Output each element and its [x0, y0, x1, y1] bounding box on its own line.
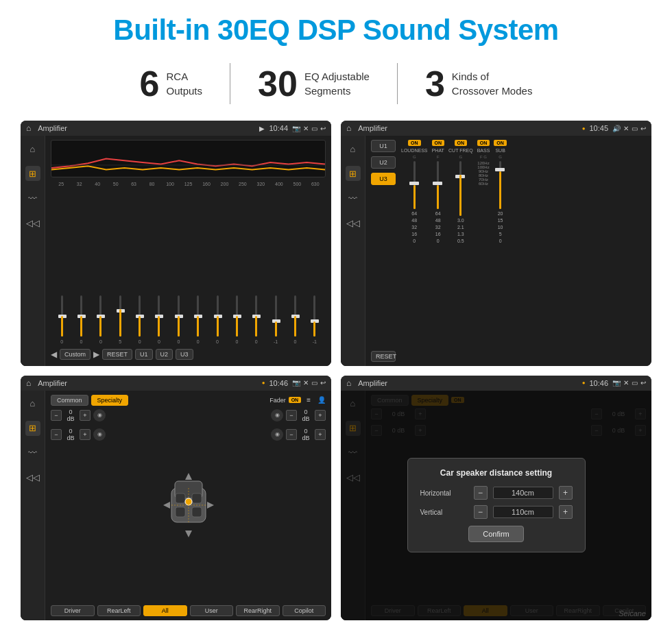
preset-u2[interactable]: U2 [371, 156, 396, 169]
amp2-controls: ON LOUDNESS G 64 48 32 16 0 [401, 140, 646, 362]
fader-back-icon[interactable]: ↩ [320, 379, 326, 387]
btn-driver[interactable]: Driver [51, 605, 95, 616]
ch-bl-minus[interactable]: − [51, 429, 62, 440]
eq-time: 10:44 [269, 124, 288, 132]
fdr-sidebar-home[interactable]: ⌂ [25, 396, 40, 411]
vertical-plus-btn[interactable]: + [559, 505, 573, 519]
btn-all[interactable]: All [143, 605, 187, 616]
sidebar-eq-active[interactable]: ⊞ [25, 166, 40, 181]
cutfreq-slider[interactable] [459, 161, 461, 216]
ch-tr-minus[interactable]: − [286, 410, 297, 421]
amp-home-icon[interactable]: ⌂ [346, 123, 351, 133]
eq-play-icon[interactable]: ▶ [259, 125, 265, 132]
svg-rect-6 [176, 507, 185, 517]
ch-bl-value: 0 dB [64, 428, 77, 441]
ch-tl-icon: ◉ [93, 409, 106, 422]
sidebar-speaker[interactable]: ◁◁ [25, 215, 40, 230]
freq-250: 250 [234, 182, 252, 186]
eq-u1-btn[interactable]: U1 [135, 349, 153, 360]
horizontal-plus-btn[interactable]: + [559, 486, 573, 500]
confirm-button[interactable]: Confirm [468, 526, 524, 542]
sidebar-wave[interactable]: 〰 [25, 191, 40, 206]
amp-sidebar-speaker[interactable]: ◁◁ [346, 215, 361, 230]
ch-br-minus[interactable]: − [286, 429, 297, 440]
main-title: Built-in 30EQ DSP Sound System [113, 14, 558, 47]
ch-tr-plus[interactable]: + [315, 410, 326, 421]
phat-toggle[interactable]: ON [432, 140, 445, 146]
eq-left-sidebar: ⌂ ⊞ 〰 ◁◁ [21, 136, 45, 366]
amp-sidebar-eq[interactable]: ⊞ [346, 166, 361, 181]
eq-slider-13[interactable] [285, 295, 304, 337]
eq-u2-btn[interactable]: U2 [156, 349, 173, 360]
ch-tl-plus[interactable]: + [80, 410, 91, 421]
fader-rec-icon: ● [262, 380, 265, 386]
eq-slider-14[interactable] [305, 295, 324, 337]
eq-app-title: Amplifier [38, 124, 255, 132]
dialog-status-bar: ⌂ Amplifier ● 10:46 📷 ✕ ▭ ↩ [341, 376, 651, 391]
horizontal-minus-btn[interactable]: − [474, 486, 488, 500]
ch-bottom-right: ◉ − 0 dB + [271, 428, 326, 441]
bass-toggle[interactable]: ON [477, 140, 490, 146]
eq-reset-btn[interactable]: RESET [102, 349, 132, 360]
amp-sidebar-wave[interactable]: 〰 [346, 191, 361, 206]
ctrl-bass: ON BASS F G 120Hz100Hz90Hz80Hz70Hz60Hz [477, 140, 490, 362]
eq-slider-11[interactable] [247, 295, 266, 337]
amp-back-icon[interactable]: ↩ [640, 125, 646, 132]
dlg-back-icon[interactable]: ↩ [640, 379, 646, 387]
eq-slider-4[interactable] [110, 295, 130, 337]
btn-rearleft[interactable]: RearLeft [97, 605, 141, 616]
btn-rearright[interactable]: RearRight [236, 605, 280, 616]
eq-slider-10[interactable] [227, 295, 246, 337]
fader-home-icon[interactable]: ⌂ [26, 378, 31, 388]
fader-main-area: Common Specialty Fader ON ≡ 👤 − 0 dB + [45, 391, 331, 621]
sub-toggle[interactable]: ON [494, 140, 507, 146]
eq-slider-6[interactable] [149, 295, 169, 337]
preset-u3[interactable]: U3 [371, 173, 396, 185]
ch-br-plus[interactable]: + [315, 429, 326, 440]
amp2-main-area: U1 U2 U3 RESET ON LOUDNESS G [365, 136, 651, 366]
fader-profile-icon: 👤 [317, 396, 326, 404]
fdr-sidebar-speaker[interactable]: ◁◁ [25, 470, 40, 485]
eq-slider-12[interactable] [266, 295, 285, 337]
btn-user[interactable]: User [190, 605, 234, 616]
cutfreq-toggle[interactable]: ON [455, 140, 468, 146]
eq-slider-9[interactable] [208, 295, 227, 337]
loudness-toggle[interactable]: ON [408, 140, 421, 146]
amp-win-icon: ▭ [632, 125, 638, 132]
phat-slider[interactable] [437, 161, 439, 209]
eq-next-btn[interactable]: ▶ [93, 350, 99, 359]
amp-sidebar-home[interactable]: ⌂ [346, 141, 361, 156]
screen-amp: ⌂ Amplifier ● 10:45 🔊 ✕ ▭ ↩ ⌂ ⊞ 〰 ◁◁ [341, 121, 651, 366]
eq-slider-7[interactable] [169, 295, 188, 337]
fader-label: Fader [269, 397, 286, 404]
dialog-vertical-label: Vertical [420, 509, 468, 516]
btn-copilot[interactable]: Copilot [283, 605, 326, 616]
eq-slider-8[interactable] [189, 295, 208, 337]
preset-u1[interactable]: U1 [371, 140, 396, 152]
eq-slider-5[interactable] [130, 295, 149, 337]
sidebar-home[interactable]: ⌂ [25, 141, 40, 156]
eq-u3-btn[interactable]: U3 [176, 349, 193, 360]
eq-slider-1[interactable] [52, 295, 71, 337]
tab-common[interactable]: Common [51, 395, 88, 406]
freq-200: 200 [215, 182, 233, 186]
fader-win-icon: ▭ [311, 379, 317, 387]
eq-slider-3[interactable] [91, 295, 110, 337]
loudness-slider[interactable] [413, 161, 416, 209]
tab-specialty[interactable]: Specialty [91, 395, 129, 406]
eq-prev-btn[interactable]: ◀ [51, 350, 57, 359]
ch-tl-minus[interactable]: − [51, 410, 62, 421]
ch-bl-plus[interactable]: + [80, 429, 91, 440]
vertical-minus-btn[interactable]: − [474, 505, 488, 519]
amp-left-sidebar: ⌂ ⊞ 〰 ◁◁ [341, 136, 365, 366]
fdr-sidebar-eq[interactable]: ⊞ [25, 421, 40, 436]
sub-slider[interactable] [499, 161, 501, 209]
eq-custom-btn[interactable]: Custom [60, 349, 91, 360]
dlg-home-icon[interactable]: ⌂ [346, 378, 351, 388]
back-icon[interactable]: ↩ [320, 125, 326, 132]
fdr-sidebar-wave[interactable]: 〰 [25, 446, 40, 461]
amp2-reset-btn[interactable]: RESET [371, 351, 396, 362]
eq-slider-2[interactable] [71, 295, 91, 337]
ch-tl-value: 0 dB [64, 409, 77, 422]
home-icon[interactable]: ⌂ [26, 123, 31, 133]
